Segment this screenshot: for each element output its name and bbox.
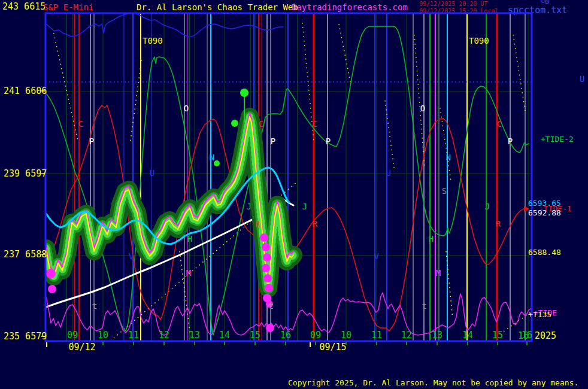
right-label: +TIDE-2: [541, 135, 574, 144]
green-marker-dot: [214, 160, 220, 166]
chaos-trader-page: 243 6615 S&P E-Mini Dr. Al Larson's Chao…: [0, 0, 588, 389]
cycle-letter: t: [422, 301, 427, 311]
magenta-marker-dot: [266, 324, 274, 332]
cycle-letter: H: [187, 234, 192, 244]
cycle-letter: V: [129, 251, 134, 261]
hour-label: 14: [462, 330, 473, 341]
hour-label: 11: [128, 330, 139, 341]
magenta-marker-dot: [263, 274, 272, 282]
end-hour-label: 16: [518, 330, 529, 341]
chart-canvas: 241 6606239 6597237 6588235 657909101112…: [0, 0, 588, 389]
right-label: 6592.88: [528, 208, 561, 217]
hour-label: 12: [401, 330, 412, 341]
cycle-letter: P: [271, 136, 275, 146]
magenta-marker-dot: [262, 243, 270, 251]
hour-label: 09: [310, 330, 321, 341]
cycle-letter: R: [496, 219, 501, 229]
cycle-letter: O: [420, 104, 425, 113]
right-label: 6588.48: [528, 248, 561, 257]
dotted-arc: [180, 251, 190, 336]
tide-magenta-osc: [46, 293, 532, 335]
hour-label: 13: [189, 330, 200, 341]
cycle-letter: J: [302, 202, 307, 211]
cycle-letter: H: [429, 234, 434, 244]
year-label: 2025: [535, 330, 556, 341]
green-marker-dot: [231, 120, 238, 127]
hour-label: 13: [432, 330, 442, 341]
cycle-letter: V: [374, 251, 380, 261]
cycle-letter: M: [436, 268, 441, 278]
hour-label: 10: [98, 330, 108, 341]
dotted-arc: [513, 35, 525, 111]
y-axis-label: 239 6597: [4, 168, 47, 179]
t090-label: T090: [143, 36, 163, 45]
magenta-marker-dot: [265, 284, 273, 292]
t090-label: T090: [469, 36, 489, 45]
cycle-letter: O: [184, 104, 189, 113]
cycle-letter: U: [150, 168, 154, 178]
y-axis-label: 235 6579: [4, 331, 47, 342]
day-label: 09/15: [319, 342, 346, 352]
cycle-letter: N: [210, 153, 214, 162]
hour-label: 11: [371, 330, 382, 341]
hour-label: 10: [341, 330, 351, 341]
right-label: +T135: [528, 310, 551, 319]
upper-blue-wave: [46, 13, 283, 37]
hour-label: 14: [219, 330, 230, 341]
green-marker-dot: [240, 89, 248, 97]
cycle-letter: R: [313, 219, 318, 229]
cycle-letter: S: [442, 186, 447, 196]
cycle-letter: P: [89, 136, 94, 146]
cycle-letter: M: [186, 268, 191, 278]
copyright-text: Copyright 2025, Dr. Al Larson. May not b…: [288, 378, 578, 387]
cycle-letter: P: [508, 136, 513, 146]
y-axis-label: 241 6606: [4, 86, 47, 96]
cycle-letter: P: [326, 136, 331, 146]
magenta-marker-dot: [46, 269, 56, 278]
cycle-letter: t: [92, 301, 97, 311]
hour-label: 16: [280, 330, 291, 341]
cycle-letter: C: [497, 119, 502, 129]
cycle-letter: R: [255, 219, 260, 229]
day-label: 09/12: [68, 342, 95, 352]
cycle-letter: N: [446, 153, 451, 162]
magenta-marker-dot: [263, 253, 271, 262]
cycle-letter: C: [78, 119, 83, 129]
magenta-marker-dot: [260, 233, 268, 242]
hour-label: 15: [492, 330, 503, 341]
cycle-letter: J: [485, 202, 490, 211]
cycle-letter: C: [313, 119, 317, 129]
magenta-marker-dot: [262, 264, 270, 272]
cycle-letter: C: [259, 119, 263, 129]
hour-label: 15: [250, 330, 260, 341]
cycle-letter: U: [386, 168, 391, 178]
y-axis-label: 237 6588: [4, 249, 47, 260]
magenta-marker-dot: [48, 285, 56, 293]
hour-label: 12: [159, 330, 169, 341]
cycle-letter: J: [247, 202, 251, 211]
hour-label: 09: [67, 330, 78, 341]
dotted-arc: [339, 24, 351, 85]
cycle-letter: t: [269, 301, 274, 311]
